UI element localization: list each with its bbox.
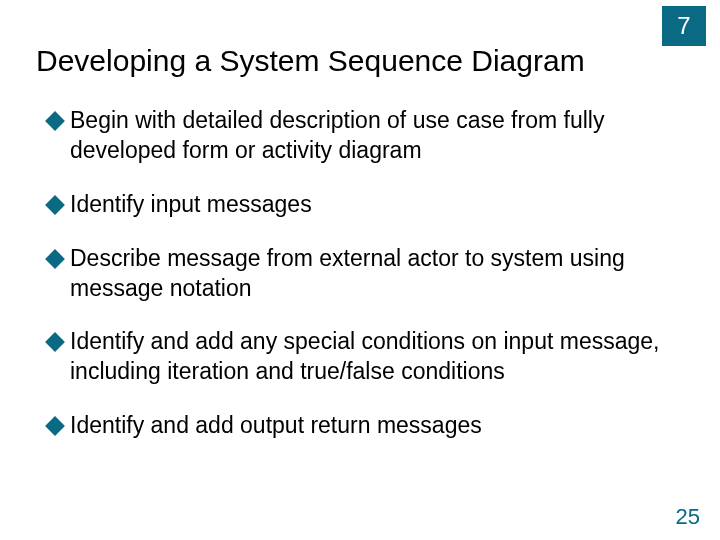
slide-title: Developing a System Sequence Diagram: [36, 44, 585, 78]
chapter-number: 7: [677, 12, 690, 40]
list-item: Identify and add any special conditions …: [48, 327, 672, 387]
bullet-diamond-icon: [45, 111, 65, 131]
bullet-diamond-icon: [45, 195, 65, 215]
page-number: 25: [676, 504, 700, 530]
list-item: Begin with detailed description of use c…: [48, 106, 672, 166]
chapter-number-box: 7: [662, 6, 706, 46]
bullet-text: Identify and add output return messages: [70, 411, 672, 441]
bullet-text: Identify input messages: [70, 190, 672, 220]
bullet-diamond-icon: [45, 333, 65, 353]
bullet-text: Begin with detailed description of use c…: [70, 106, 672, 166]
bullet-diamond-icon: [45, 416, 65, 436]
bullet-text: Identify and add any special conditions …: [70, 327, 672, 387]
bullet-text: Describe message from external actor to …: [70, 244, 672, 304]
list-item: Identify and add output return messages: [48, 411, 672, 441]
list-item: Describe message from external actor to …: [48, 244, 672, 304]
bullet-diamond-icon: [45, 249, 65, 269]
list-item: Identify input messages: [48, 190, 672, 220]
bullet-list: Begin with detailed description of use c…: [48, 106, 672, 465]
